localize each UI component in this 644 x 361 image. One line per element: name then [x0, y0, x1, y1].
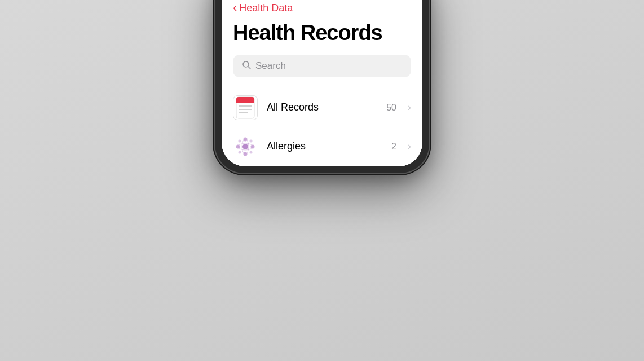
- list-item-allergies[interactable]: Allergies 2 ›: [233, 127, 411, 166]
- list-item-all-records[interactable]: All Records 50 ›: [233, 89, 411, 127]
- back-nav[interactable]: ‹ Health Data: [233, 0, 411, 16]
- svg-point-15: [239, 151, 241, 153]
- svg-point-16: [250, 151, 253, 153]
- allergies-label: Allergies: [267, 140, 382, 152]
- phone-inner: 9:41: [222, 0, 422, 166]
- back-chevron-icon: ‹: [233, 2, 237, 14]
- scene: 9:41: [0, 0, 644, 361]
- phone-shell: 9:41: [215, 0, 429, 173]
- search-icon: [242, 60, 251, 72]
- svg-point-14: [250, 139, 253, 142]
- back-label: Health Data: [239, 2, 293, 14]
- all-records-label: All Records: [267, 102, 377, 113]
- search-placeholder: Search: [255, 60, 286, 72]
- svg-rect-4: [236, 100, 254, 103]
- svg-point-13: [239, 139, 241, 142]
- search-bar[interactable]: Search: [233, 55, 411, 77]
- allergies-chevron: ›: [408, 140, 411, 152]
- screen-content: ‹ Health Data Health Records Search: [222, 0, 422, 166]
- all-records-icon: [233, 95, 258, 120]
- all-records-count: 50: [386, 103, 396, 113]
- allergies-count: 2: [391, 142, 396, 152]
- svg-line-1: [248, 67, 250, 69]
- list-section: All Records 50 ›: [233, 89, 411, 166]
- page-title: Health Records: [233, 16, 411, 55]
- allergies-icon: [233, 134, 258, 159]
- svg-point-8: [242, 144, 248, 149]
- all-records-chevron: ›: [408, 102, 411, 113]
